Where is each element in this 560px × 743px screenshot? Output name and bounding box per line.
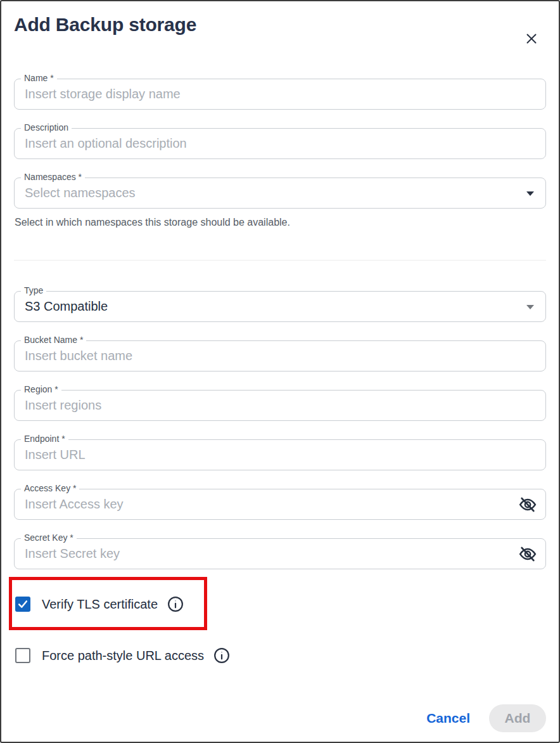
dialog-footer: Cancel Add — [14, 704, 546, 732]
namespaces-helper-text: Select in which namespaces this storage … — [14, 217, 546, 228]
dialog-title: Add Backup storage — [14, 14, 546, 36]
bucket-name-field: Bucket Name * — [14, 340, 546, 372]
section-divider — [14, 260, 546, 261]
force-path-style-checkbox[interactable] — [15, 648, 30, 663]
endpoint-field: Endpoint * — [14, 439, 546, 470]
secret-key-field-label: Secret Key * — [21, 533, 77, 543]
name-field-label: Name * — [21, 73, 57, 84]
endpoint-field-label: Endpoint * — [21, 434, 68, 444]
dialog-header: Add Backup storage — [14, 14, 546, 36]
description-field-label: Description — [21, 122, 72, 133]
name-field: Name * — [14, 79, 546, 110]
secret-key-field: Secret Key * — [14, 538, 546, 569]
force-path-style-label[interactable]: Force path-style URL access — [42, 649, 204, 663]
close-button[interactable] — [521, 28, 542, 49]
secret-key-input[interactable] — [14, 538, 546, 569]
verify-tls-checkbox[interactable] — [15, 597, 30, 612]
verify-tls-label[interactable]: Verify TLS certificate — [42, 597, 158, 612]
namespaces-select-placeholder: Select namespaces — [25, 186, 136, 200]
description-field: Description — [14, 128, 546, 159]
namespaces-field-label: Namespaces * — [21, 172, 85, 183]
bucket-name-input[interactable] — [14, 340, 546, 372]
info-icon[interactable] — [213, 647, 231, 664]
namespaces-select[interactable]: Select namespaces — [14, 178, 546, 209]
chevron-down-icon — [526, 305, 534, 309]
chevron-down-icon — [526, 191, 534, 196]
verify-tls-row: Verify TLS certificate — [14, 597, 546, 612]
type-field: Type S3 Compatible — [14, 291, 546, 322]
force-path-style-row: Force path-style URL access — [14, 648, 546, 663]
type-select[interactable]: S3 Compatible — [14, 291, 546, 322]
access-key-visibility-toggle[interactable] — [516, 493, 540, 517]
secret-key-visibility-toggle[interactable] — [516, 542, 540, 566]
eye-off-icon — [518, 495, 537, 514]
add-button[interactable]: Add — [489, 704, 546, 732]
access-key-field-label: Access Key * — [21, 483, 79, 494]
namespaces-field: Namespaces * Select namespaces — [14, 178, 546, 209]
region-input[interactable] — [14, 390, 546, 421]
region-field-label: Region * — [21, 384, 61, 395]
region-field: Region * — [14, 390, 546, 421]
type-field-label: Type — [21, 285, 46, 296]
description-input[interactable] — [14, 128, 546, 159]
name-input[interactable] — [14, 79, 546, 110]
check-icon — [16, 598, 29, 611]
cancel-button[interactable]: Cancel — [425, 708, 471, 728]
type-select-value: S3 Compatible — [25, 299, 108, 314]
bucket-name-field-label: Bucket Name * — [21, 335, 86, 346]
endpoint-input[interactable] — [14, 439, 546, 470]
access-key-input[interactable] — [14, 489, 546, 520]
access-key-field: Access Key * — [14, 489, 546, 520]
add-backup-storage-dialog: Add Backup storage Name * Description Na — [0, 0, 560, 743]
info-icon[interactable] — [167, 595, 184, 613]
eye-off-icon — [518, 545, 537, 564]
close-icon — [523, 30, 540, 47]
